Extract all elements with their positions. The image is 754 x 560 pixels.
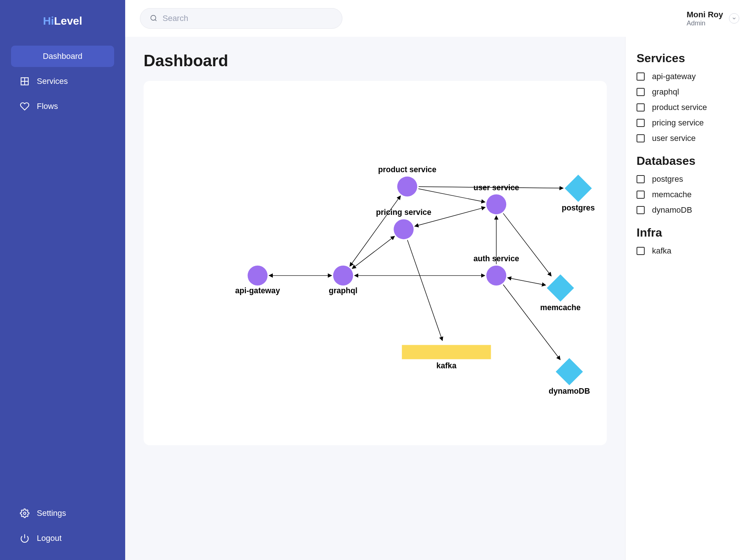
nav-item-services[interactable]: Services	[11, 71, 114, 92]
graph-node-label: user service	[473, 183, 519, 192]
checkbox-icon[interactable]	[637, 206, 645, 214]
graph-node-product-service[interactable]: product service	[378, 165, 437, 196]
service-node-icon[interactable]	[397, 177, 417, 196]
checkbox-icon[interactable]	[637, 119, 645, 127]
graph-node-postgres[interactable]: postgres	[562, 175, 595, 212]
search-field[interactable]	[140, 8, 342, 29]
nav-item-settings[interactable]: Settings	[11, 503, 114, 524]
graph-edge	[408, 240, 443, 341]
service-node-icon[interactable]	[248, 266, 268, 286]
graph-edge	[503, 213, 552, 276]
nav-label: Services	[37, 77, 68, 86]
user-text: Moni Roy Admin	[687, 10, 723, 27]
nav-item-dashboard[interactable]: Dashboard	[11, 46, 114, 67]
topology-graph[interactable]: api-gatewaygraphqlproduct servicepricing…	[144, 81, 607, 445]
filter-section: Servicesapi-gatewaygraphqlproduct servic…	[637, 52, 743, 143]
graph-node-label: kafka	[436, 361, 457, 370]
service-node-icon[interactable]	[333, 266, 353, 286]
filter-item-label: graphql	[652, 87, 679, 97]
graph-card: api-gatewaygraphqlproduct servicepricing…	[144, 81, 607, 445]
power-icon	[20, 534, 29, 543]
svg-point-7	[24, 512, 26, 515]
graph-node-memcache[interactable]: memcache	[540, 274, 581, 312]
nav-label: Dashboard	[43, 52, 82, 61]
checkbox-icon[interactable]	[637, 191, 645, 199]
graph-node-label: pricing service	[376, 208, 431, 217]
db-node-icon[interactable]	[547, 274, 574, 302]
graph-edge	[350, 196, 401, 266]
checkbox-icon[interactable]	[637, 72, 645, 81]
nav-item-logout[interactable]: Logout	[11, 528, 114, 549]
graph-node-kafka[interactable]: kafka	[402, 345, 491, 371]
main-area: Moni Roy Admin Dashboard	[125, 0, 754, 560]
filter-item-label: kafka	[652, 246, 672, 256]
graph-node-label: product service	[378, 165, 437, 174]
user-chip: Moni Roy Admin	[687, 10, 739, 27]
nav-item-flows[interactable]: Flows	[11, 96, 114, 117]
chevron-down-icon	[732, 16, 737, 21]
checkbox-icon[interactable]	[637, 88, 645, 96]
graph-node-user-service[interactable]: user service	[473, 183, 519, 215]
infra-node-icon[interactable]	[402, 345, 491, 359]
graph-edge	[352, 236, 395, 269]
brand-logo: HiLevel	[11, 15, 114, 27]
filter-item[interactable]: postgres	[637, 174, 743, 184]
filter-section: DatabasespostgresmemcachedynamoDB	[637, 154, 743, 215]
filter-item[interactable]: user service	[637, 134, 743, 143]
graph-edge	[503, 285, 560, 360]
graph-node-label: dynamoDB	[549, 387, 590, 396]
user-name: Moni Roy	[687, 10, 723, 20]
nav-label: Settings	[37, 508, 66, 518]
checkbox-icon[interactable]	[637, 134, 645, 142]
heart-icon	[20, 102, 29, 111]
checkbox-icon[interactable]	[637, 175, 645, 183]
service-node-icon[interactable]	[486, 194, 506, 214]
graph-node-label: graphql	[329, 286, 357, 295]
filter-section-title: Services	[637, 52, 743, 65]
graph-node-api-gateway[interactable]: api-gateway	[235, 266, 280, 295]
graph-node-graphql[interactable]: graphql	[329, 266, 357, 295]
filter-section-title: Databases	[637, 154, 743, 168]
filter-item[interactable]: graphql	[637, 87, 743, 97]
graph-node-dynamoDB[interactable]: dynamoDB	[549, 358, 590, 396]
filter-list: postgresmemcachedynamoDB	[637, 174, 743, 215]
graph-node-auth-service[interactable]: auth service	[473, 254, 519, 286]
filter-item[interactable]: api-gateway	[637, 72, 743, 81]
page: Dashboard api-gatewaygraphqlproduc	[125, 37, 625, 560]
checkbox-icon[interactable]	[637, 103, 645, 111]
filter-item-label: dynamoDB	[652, 205, 692, 215]
filter-item-label: pricing service	[652, 118, 704, 128]
graph-node-label: api-gateway	[235, 286, 280, 295]
filter-item[interactable]: product service	[637, 103, 743, 112]
filter-section-title: Infra	[637, 226, 743, 240]
db-node-icon[interactable]	[565, 175, 592, 202]
service-node-icon[interactable]	[486, 266, 506, 286]
graph-node-pricing-service[interactable]: pricing service	[376, 208, 431, 239]
topbar: Moni Roy Admin	[125, 0, 754, 37]
gear-icon	[20, 508, 29, 518]
filter-item[interactable]: kafka	[637, 246, 743, 256]
service-node-icon[interactable]	[394, 219, 413, 239]
grid-icon	[20, 77, 29, 86]
filter-section: Infrakafka	[637, 226, 743, 256]
filter-list: kafka	[637, 246, 743, 256]
sidebar: HiLevel Dashboard Services Flows	[0, 0, 125, 560]
page-title: Dashboard	[144, 52, 607, 70]
graph-node-label: memcache	[540, 303, 581, 312]
user-dropdown-toggle[interactable]	[729, 13, 739, 24]
filter-item[interactable]: dynamoDB	[637, 205, 743, 215]
filter-item[interactable]: memcache	[637, 190, 743, 199]
filter-item-label: api-gateway	[652, 72, 696, 81]
nav-label: Flows	[37, 102, 58, 111]
brand-prefix: Hi	[43, 15, 54, 27]
checkbox-icon[interactable]	[637, 247, 645, 255]
graph-node-label: auth service	[473, 254, 519, 263]
filter-item-label: memcache	[652, 190, 692, 199]
search-input[interactable]	[162, 14, 332, 23]
filter-item[interactable]: pricing service	[637, 118, 743, 128]
search-icon	[150, 14, 157, 22]
db-node-icon[interactable]	[556, 358, 583, 385]
right-panel: Servicesapi-gatewaygraphqlproduct servic…	[625, 37, 754, 560]
filter-list: api-gatewaygraphqlproduct servicepricing…	[637, 72, 743, 143]
graph-node-label: postgres	[562, 203, 595, 212]
